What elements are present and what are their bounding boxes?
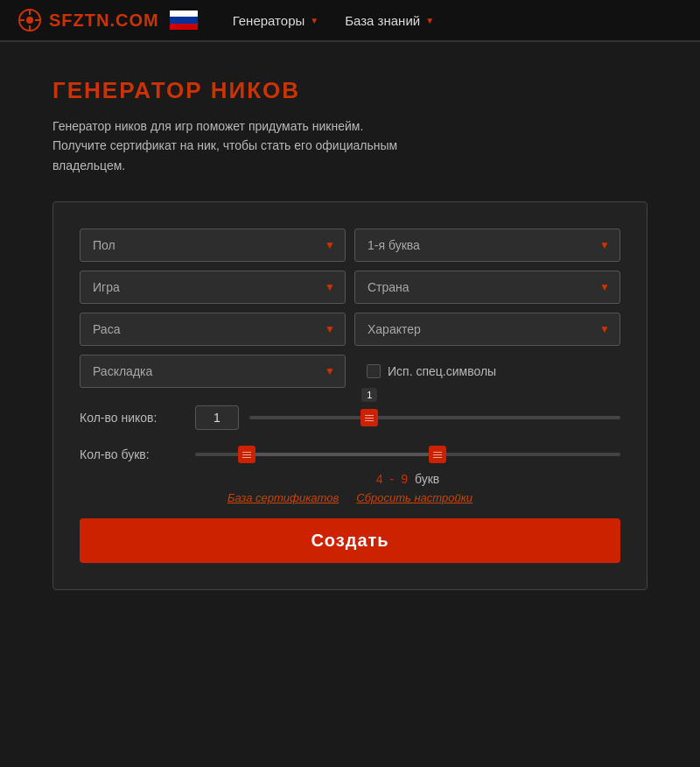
- main-content: ГЕНЕРАТОР НИКОВ Генератор ников для игр …: [0, 42, 700, 625]
- knowledge-arrow-icon: ▼: [425, 16, 434, 25]
- first-letter-select-wrapper: 1-я буква ▼: [354, 229, 620, 262]
- gender-select[interactable]: Пол: [80, 229, 346, 262]
- race-select[interactable]: Раса: [80, 313, 346, 346]
- nav-generators[interactable]: Генераторы ▼: [233, 13, 319, 28]
- left-thumb-line-2: [242, 454, 251, 455]
- create-button[interactable]: Создать: [80, 518, 620, 563]
- right-thumb-lines: [433, 452, 442, 458]
- range-min: 4: [376, 472, 383, 486]
- left-thumb-line-3: [242, 457, 251, 458]
- sliders-section: Кол-во ников: 1 1: [80, 405, 620, 486]
- country-select-wrapper: Страна ▼: [354, 271, 620, 304]
- logo-text: SFZTN.COM: [49, 11, 159, 31]
- page-title: ГЕНЕРАТОР НИКОВ: [52, 77, 648, 104]
- letters-slider-track-wrapper: [195, 444, 620, 465]
- thumb-line-2: [365, 418, 374, 419]
- race-select-wrapper: Раса ▼: [80, 313, 346, 346]
- letters-slider-row: Кол-во букв:: [80, 444, 620, 465]
- nav-knowledge-base[interactable]: База знаний ▼: [345, 13, 434, 28]
- header: SFZTN.COM Генераторы ▼ База знаний ▼: [0, 0, 700, 42]
- reset-link[interactable]: Сбросить настройки: [356, 491, 472, 504]
- range-unit: букв: [415, 472, 439, 486]
- page-description: Генератор ников для игр поможет придумат…: [52, 116, 648, 175]
- right-thumb-line-3: [433, 457, 442, 458]
- thumb-lines: [365, 415, 374, 421]
- special-symbols-label: Исп. спец.символы: [388, 364, 496, 378]
- range-dash: -: [390, 472, 395, 486]
- main-nav: Генераторы ▼ База знаний ▼: [233, 13, 434, 28]
- letters-double-track: [195, 453, 620, 456]
- links-row: База сертификатов Сбросить настройки: [80, 491, 620, 504]
- left-thumb-lines: [242, 452, 251, 458]
- letters-track-fill: [238, 453, 430, 456]
- logo: SFZTN.COM: [18, 8, 198, 32]
- thumb-line-3: [365, 420, 374, 421]
- form-area: Пол ▼ 1-я буква ▼ Игра ▼ Страна: [52, 201, 648, 590]
- letters-thumb-right[interactable]: [429, 446, 446, 463]
- character-select[interactable]: Характер: [354, 313, 620, 346]
- first-letter-select[interactable]: 1-я буква: [354, 229, 620, 262]
- slider-values-row: 4 - 9 букв: [80, 472, 620, 486]
- game-select-wrapper: Игра ▼: [80, 271, 346, 304]
- range-max: 9: [401, 472, 408, 486]
- count-slider-track: 1: [249, 416, 620, 419]
- thumb-line-1: [365, 415, 374, 416]
- count-value[interactable]: 1: [195, 405, 239, 430]
- letters-thumb-left[interactable]: [238, 446, 256, 463]
- generators-arrow-icon: ▼: [310, 16, 318, 25]
- count-slider-track-wrapper: 1: [249, 407, 620, 428]
- count-slider-thumb[interactable]: 1: [360, 409, 378, 426]
- country-select[interactable]: Страна: [354, 271, 620, 304]
- right-thumb-line-2: [433, 454, 442, 455]
- layout-select-wrapper: Раскладка ▼: [80, 355, 346, 388]
- character-select-wrapper: Характер ▼: [354, 313, 620, 346]
- special-symbols-checkbox[interactable]: [367, 364, 381, 378]
- game-select[interactable]: Игра: [80, 271, 346, 304]
- count-slider-tooltip: 1: [361, 388, 377, 402]
- right-thumb-line-1: [433, 452, 442, 453]
- svg-point-1: [26, 17, 33, 24]
- letters-label: Кол-во букв:: [80, 447, 185, 461]
- count-slider-row: Кол-во ников: 1 1: [80, 405, 620, 430]
- count-label: Кол-во ников:: [80, 411, 185, 425]
- bottom-row: Раскладка ▼ Исп. спец.символы: [80, 355, 620, 388]
- dropdowns-grid: Пол ▼ 1-я буква ▼ Игра ▼ Страна: [80, 229, 620, 346]
- special-symbols-wrapper: Исп. спец.символы: [354, 355, 620, 388]
- left-thumb-line-1: [242, 452, 251, 453]
- russia-flag: [170, 11, 198, 30]
- gender-select-wrapper: Пол ▼: [80, 229, 346, 262]
- logo-icon: [18, 8, 42, 32]
- layout-select[interactable]: Раскладка: [80, 355, 346, 388]
- certificates-link[interactable]: База сертификатов: [228, 491, 339, 504]
